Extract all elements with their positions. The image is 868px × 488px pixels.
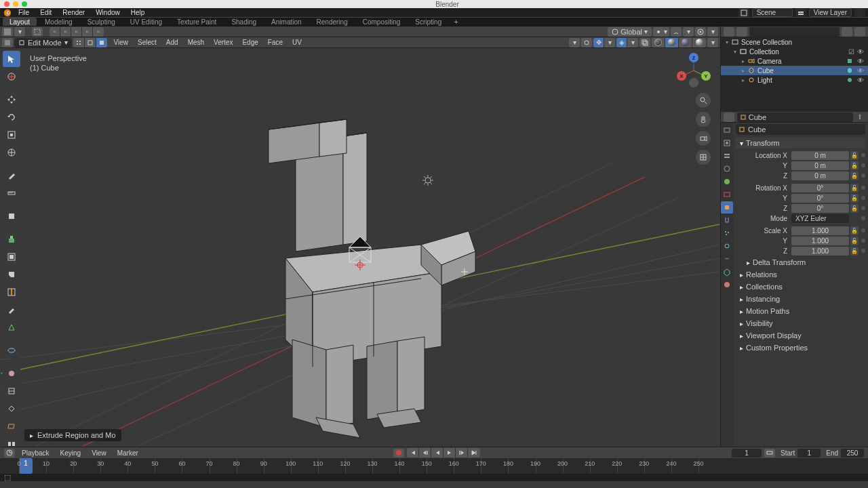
end-frame-field[interactable]: 250: [841, 449, 864, 458]
scale-z-field[interactable]: 1.000: [791, 247, 849, 256]
loc-x-field[interactable]: 0 m: [791, 151, 849, 160]
loc-z-field[interactable]: 0 m: [791, 171, 849, 180]
window-close-icon[interactable]: [4, 1, 9, 7]
tool-loopcut[interactable]: [3, 284, 20, 300]
collection-checkbox-icon[interactable]: ☑: [846, 48, 856, 56]
loc-z-anim-icon[interactable]: [861, 174, 865, 178]
tool-measure[interactable]: [3, 185, 20, 201]
shading-rendered-icon[interactable]: [692, 38, 706, 47]
menu-help[interactable]: Help: [126, 9, 150, 16]
tab-compositing[interactable]: Compositing: [356, 18, 408, 26]
panel-motion-paths[interactable]: ▸ Motion Paths: [736, 306, 865, 317]
rot-x-anim-icon[interactable]: [861, 186, 865, 190]
ptab-object-icon[interactable]: [721, 201, 733, 214]
mesh-select-mode-icon[interactable]: ▾: [569, 38, 580, 47]
vp-menu-select[interactable]: Select: [134, 38, 161, 47]
tool-rip[interactable]: [3, 436, 20, 447]
playhead[interactable]: 1: [19, 458, 33, 474]
panel-instancing[interactable]: ▸ Instancing: [736, 293, 865, 304]
window-minimize-icon[interactable]: [13, 1, 18, 7]
properties-pin-icon[interactable]: [856, 113, 865, 122]
tl-menu-keying[interactable]: Keying: [56, 449, 85, 458]
keyframe-prev-icon[interactable]: [419, 448, 431, 458]
tab-sculpting[interactable]: Sculpting: [81, 18, 122, 26]
shading-matprev-icon[interactable]: [679, 38, 692, 47]
ptab-output-icon[interactable]: [721, 137, 733, 149]
tab-modeling[interactable]: Modeling: [38, 18, 79, 26]
rot-y-lock-icon[interactable]: 🔓: [850, 194, 859, 203]
tab-rendering[interactable]: Rendering: [310, 18, 355, 26]
editor-type-3dview-icon[interactable]: [2, 38, 13, 47]
tool-scale[interactable]: [3, 127, 20, 143]
window-zoom-icon[interactable]: [22, 1, 27, 7]
ptab-modifier-icon[interactable]: [721, 214, 733, 226]
mode-dropdown[interactable]: Edit Mode▾: [14, 38, 72, 47]
select-mode-new-icon[interactable]: ▫: [50, 27, 60, 37]
proportional-falloff-icon[interactable]: ▾: [707, 27, 718, 37]
rot-x-field[interactable]: 0°: [791, 184, 849, 192]
tool-shear[interactable]: [3, 418, 20, 434]
menu-window[interactable]: Window: [91, 9, 125, 16]
vp-menu-add[interactable]: Add: [162, 38, 182, 47]
tool-edgeslide[interactable]: [3, 383, 20, 399]
panel-visibility[interactable]: ▸ Visibility: [736, 318, 865, 329]
workspace-add-icon[interactable]: +: [450, 18, 462, 26]
ptab-viewlayer-icon[interactable]: [721, 150, 733, 162]
ptab-world-icon[interactable]: [721, 176, 733, 188]
vp-menu-mesh[interactable]: Mesh: [184, 38, 208, 47]
vp-menu-uv[interactable]: UV: [288, 38, 306, 47]
tool-inset[interactable]: [3, 249, 20, 265]
outliner-search[interactable]: [749, 27, 840, 37]
scale-z-lock-icon[interactable]: 🔓: [850, 247, 859, 256]
gizmo-toggle-icon[interactable]: ✥: [593, 38, 604, 47]
tl-menu-marker[interactable]: Marker: [113, 449, 142, 458]
loc-x-anim-icon[interactable]: [861, 153, 865, 157]
pan-icon[interactable]: [696, 112, 711, 127]
gizmo-y-icon[interactable]: Y: [701, 71, 711, 81]
last-operator-panel[interactable]: ▸ Extrude Region and Mo: [24, 429, 121, 441]
properties-datablock[interactable]: Cube: [736, 124, 865, 135]
outliner-display-icon[interactable]: [736, 27, 747, 37]
panel-viewport-display[interactable]: ▸ Viewport Display: [736, 330, 865, 341]
timeline-type-icon[interactable]: [4, 449, 15, 458]
vertex-select-icon[interactable]: [73, 38, 85, 47]
vp-menu-face[interactable]: Face: [264, 38, 287, 47]
vp-menu-vertex[interactable]: Vertex: [210, 38, 237, 47]
menu-edit[interactable]: Edit: [35, 9, 56, 16]
panel-collections[interactable]: ▸ Collections: [736, 281, 865, 292]
rot-y-field[interactable]: 0°: [791, 194, 849, 203]
scale-z-anim-icon[interactable]: [861, 249, 865, 253]
loc-y-lock-icon[interactable]: 🔓: [850, 161, 859, 170]
rot-z-lock-icon[interactable]: 🔓: [850, 204, 859, 213]
drag-select-icon[interactable]: [32, 27, 43, 37]
collection-visibility-icon[interactable]: 👁: [856, 48, 865, 56]
start-frame-field[interactable]: 1: [797, 449, 821, 458]
tool-knife[interactable]: [3, 302, 20, 318]
tab-shading[interactable]: Shading: [224, 18, 263, 26]
vp-menu-edge[interactable]: Edge: [238, 38, 262, 47]
tab-texture-paint[interactable]: Texture Paint: [170, 18, 223, 26]
tool-transform[interactable]: [3, 144, 20, 161]
outliner-item-cube[interactable]: Cube: [757, 67, 845, 75]
outliner-tree[interactable]: ▾ Scene Collection ▾ Collection ☑ 👁 ▸ Ca…: [721, 37, 868, 112]
rot-mode-field[interactable]: XYZ Euler: [791, 214, 849, 223]
scene-field[interactable]: Scene: [752, 8, 793, 17]
viewlayer-new-icon[interactable]: [854, 8, 865, 17]
jump-start-icon[interactable]: [407, 448, 419, 458]
tool-add-cube[interactable]: [3, 208, 20, 224]
gizmo-x-icon[interactable]: X: [677, 71, 686, 81]
rot-mode-anim-icon[interactable]: [861, 216, 865, 220]
scale-y-lock-icon[interactable]: 🔓: [850, 237, 859, 245]
perspective-toggle-icon[interactable]: [696, 150, 711, 165]
orientation-dropdown[interactable]: Global▾: [608, 27, 652, 37]
rot-x-lock-icon[interactable]: 🔓: [850, 184, 859, 192]
gizmo-neg-z-icon[interactable]: [689, 78, 698, 87]
camera-visibility-icon[interactable]: 👁: [856, 58, 865, 65]
viewlayer-icon[interactable]: [795, 8, 806, 17]
scale-x-field[interactable]: 1.000: [791, 226, 849, 235]
tool-polybuild[interactable]: [3, 319, 20, 336]
play-icon[interactable]: [443, 448, 456, 458]
current-frame-field[interactable]: 1: [732, 449, 762, 458]
scale-x-lock-icon[interactable]: 🔓: [850, 226, 859, 235]
tool-rotate[interactable]: [3, 109, 20, 125]
